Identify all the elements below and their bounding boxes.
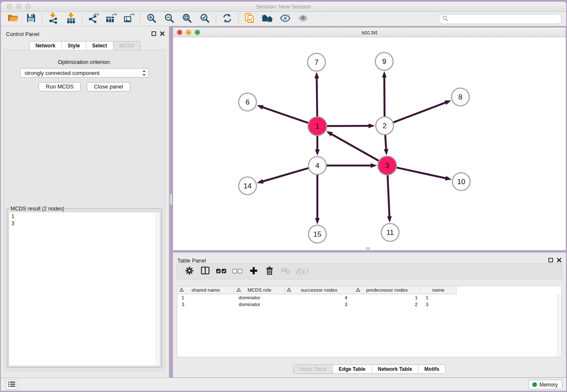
graph-edge-1-7[interactable] bbox=[317, 77, 317, 116]
graph-edge-1-2[interactable] bbox=[327, 126, 370, 126]
zoom-window-button[interactable] bbox=[25, 4, 31, 9]
graph-node-label: 3 bbox=[385, 162, 389, 170]
import-table-button[interactable] bbox=[62, 13, 80, 25]
import-network-button[interactable] bbox=[44, 13, 62, 25]
tab-network-table[interactable]: Network Table bbox=[372, 365, 418, 373]
close-panel-button[interactable]: Close panel bbox=[87, 82, 130, 91]
import-network-icon bbox=[48, 13, 58, 25]
column-header-successor-nodes[interactable]: successor nodes bbox=[285, 286, 354, 294]
open-session-button[interactable] bbox=[4, 13, 22, 25]
table-cell[interactable]: dominator bbox=[234, 295, 285, 300]
add-row-button[interactable] bbox=[245, 265, 261, 278]
column-header-label: name bbox=[432, 287, 445, 293]
task-history-button[interactable] bbox=[6, 380, 17, 389]
deselect-all-button[interactable] bbox=[229, 265, 245, 278]
minimize-window-button[interactable] bbox=[16, 4, 22, 9]
function-builder-button[interactable]: f(x) bbox=[294, 265, 310, 278]
attribute-type-icon bbox=[179, 288, 184, 293]
table-cell[interactable]: 4 bbox=[285, 295, 354, 300]
network-resize-grip[interactable] bbox=[366, 247, 370, 250]
table-scrollbar[interactable] bbox=[557, 294, 561, 357]
delete-table-button[interactable] bbox=[278, 265, 294, 278]
graph-node-label: 8 bbox=[458, 93, 462, 101]
tab-mcds[interactable]: MCDS bbox=[113, 41, 140, 50]
network-graph: 7968124314101511 bbox=[173, 38, 566, 250]
column-header-shared-name[interactable]: shared name bbox=[177, 286, 234, 294]
table-cell[interactable]: 3 bbox=[421, 302, 457, 307]
table-row[interactable]: 3dominator323 bbox=[177, 301, 561, 308]
table-cell[interactable]: 1 bbox=[421, 295, 457, 300]
minimize-view-button[interactable] bbox=[186, 30, 191, 36]
network-canvas[interactable]: 7968124314101511 bbox=[173, 38, 566, 250]
float-panel-icon[interactable] bbox=[151, 30, 156, 38]
tab-edge-table[interactable]: Edge Table bbox=[333, 365, 372, 373]
table-toolbar: f(x) bbox=[176, 263, 562, 279]
table-row[interactable]: 1dominator411 bbox=[177, 294, 561, 301]
control-panel: Control Panel Network Style Select MCDS … bbox=[1, 26, 169, 378]
zoom-out-button[interactable] bbox=[160, 13, 178, 25]
tab-select[interactable]: Select bbox=[86, 41, 113, 50]
graph-edge-2-9[interactable] bbox=[384, 76, 385, 116]
clone-network-button[interactable] bbox=[241, 13, 259, 25]
columns-icon bbox=[201, 267, 209, 276]
fx-icon: f(x) bbox=[295, 267, 308, 276]
mcds-result-text[interactable]: 1 3 bbox=[8, 212, 160, 366]
select-all-button[interactable] bbox=[213, 265, 229, 278]
table-cell[interactable]: 3 bbox=[285, 302, 354, 307]
delete-row-button[interactable] bbox=[261, 265, 278, 278]
graph-edge-1-6[interactable] bbox=[261, 107, 308, 123]
apply-layout-button[interactable] bbox=[218, 13, 236, 25]
table-cell[interactable]: 1 bbox=[354, 295, 421, 300]
close-view-button[interactable] bbox=[177, 30, 182, 36]
app-titlebar: Session: New Session bbox=[1, 2, 566, 12]
export-network-button[interactable] bbox=[85, 13, 102, 25]
toolbar-separator bbox=[82, 14, 83, 25]
dropdown-arrows-icon bbox=[142, 70, 146, 77]
tab-network[interactable]: Network bbox=[30, 41, 62, 50]
close-window-button[interactable] bbox=[7, 4, 12, 9]
show-columns-button[interactable] bbox=[197, 265, 213, 278]
hide-selected-button[interactable] bbox=[276, 13, 294, 25]
graph-edge-arrowhead bbox=[314, 72, 319, 78]
table-cell[interactable]: 1 bbox=[177, 295, 234, 300]
graph-edge-3-10[interactable] bbox=[396, 168, 446, 179]
result-scrollbar[interactable] bbox=[156, 213, 160, 365]
graph-node-label: 4 bbox=[315, 162, 319, 170]
panel-splitter-handle[interactable] bbox=[170, 194, 172, 205]
table-cell[interactable]: dominator bbox=[234, 302, 285, 307]
graph-edge-2-3[interactable] bbox=[385, 135, 386, 150]
export-image-button[interactable] bbox=[120, 13, 138, 25]
criterion-dropdown[interactable]: strongly connected component bbox=[20, 68, 149, 77]
run-mcds-button[interactable]: Run MCDS bbox=[39, 82, 81, 91]
export-table-button[interactable] bbox=[102, 13, 120, 25]
mcds-panel: Optimization criterion: strongly connect… bbox=[4, 50, 165, 371]
table-tabs: Node Table Edge Table Network Table Moti… bbox=[173, 364, 566, 374]
graph-edge-2-8[interactable] bbox=[394, 102, 447, 122]
zoom-selected-button[interactable] bbox=[196, 13, 214, 25]
column-header-name[interactable]: name bbox=[421, 286, 457, 294]
network-window-titlebar[interactable]: scc.txt bbox=[173, 28, 566, 37]
graph-edge-4-14[interactable] bbox=[262, 168, 308, 182]
zoom-in-button[interactable] bbox=[143, 13, 160, 25]
table-cell[interactable]: 2 bbox=[354, 302, 421, 307]
table-cell[interactable]: 3 bbox=[177, 302, 234, 307]
close-panel-icon[interactable] bbox=[160, 30, 165, 38]
maximize-view-button[interactable] bbox=[195, 30, 200, 36]
table-body[interactable]: 1dominator4113dominator323 bbox=[177, 294, 561, 308]
zoom-fit-button[interactable] bbox=[178, 13, 196, 25]
export-image-icon bbox=[124, 13, 135, 25]
tab-motifs[interactable]: Motifs bbox=[418, 365, 445, 373]
toolbar-separator bbox=[42, 14, 42, 25]
tab-style[interactable]: Style bbox=[62, 41, 86, 50]
save-session-button[interactable] bbox=[22, 13, 40, 25]
tab-node-table[interactable]: Node Table bbox=[294, 365, 333, 373]
table-settings-button[interactable] bbox=[181, 265, 197, 278]
graph-edge-3-11[interactable] bbox=[388, 175, 389, 218]
graph-edge-3-1[interactable] bbox=[330, 134, 379, 161]
search-input[interactable] bbox=[450, 15, 561, 23]
memory-button[interactable]: Memory bbox=[528, 380, 562, 389]
home-view-button[interactable] bbox=[259, 13, 276, 25]
show-all-button[interactable] bbox=[294, 13, 312, 25]
column-header-predecessor-nodes[interactable]: predecessor nodes bbox=[354, 286, 421, 294]
column-header-MCDS-role[interactable]: MCDS role bbox=[234, 286, 285, 294]
